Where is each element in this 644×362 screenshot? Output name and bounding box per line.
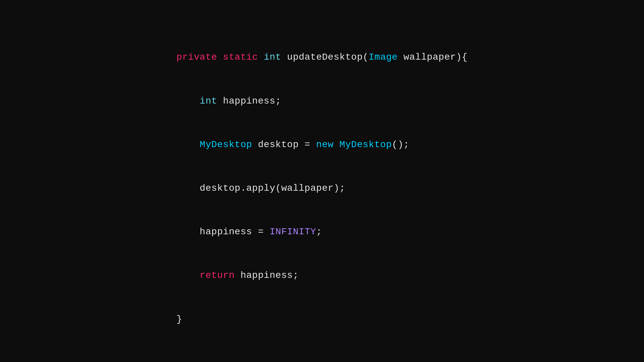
- keyword-return: return: [200, 270, 234, 281]
- code-line-6: return happiness;: [176, 268, 468, 283]
- code-line-1: private static int updateDesktop(Image w…: [176, 50, 468, 64]
- code-line-3: MyDesktop desktop = new MyDesktop();: [176, 137, 468, 152]
- keyword-private: private: [176, 52, 217, 62]
- code-line-5: happiness = INFINITY;: [176, 225, 468, 239]
- class-image: Image: [369, 52, 398, 62]
- code-line-4: desktop.apply(wallpaper);: [176, 181, 468, 195]
- code-display: private static int updateDesktop(Image w…: [176, 21, 468, 341]
- keyword-int-1: int: [264, 52, 281, 62]
- keyword-static: static: [223, 52, 258, 62]
- code-line-2: int happiness;: [176, 94, 468, 108]
- keyword-new: new: [316, 139, 334, 150]
- class-mydesktop-2: MyDesktop: [339, 139, 392, 150]
- class-mydesktop-1: MyDesktop: [200, 139, 252, 150]
- fn-signature: updateDesktop(: [281, 52, 368, 62]
- code-line-7: }: [176, 312, 468, 326]
- constant-infinity: INFINITY: [270, 227, 316, 237]
- keyword-int-2: int: [200, 96, 217, 106]
